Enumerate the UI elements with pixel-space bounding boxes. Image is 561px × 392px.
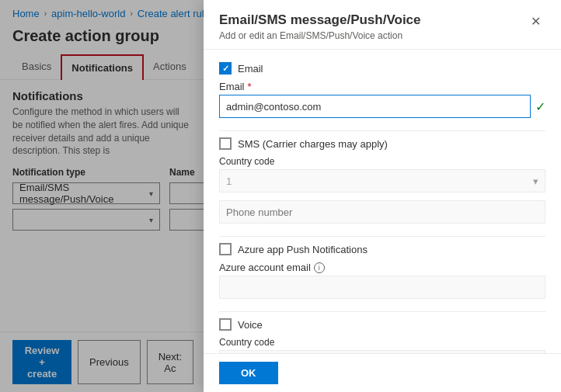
email-field-group: Email * ✓ (219, 81, 545, 118)
sms-section: SMS (Carrier charges may apply) Country … (219, 137, 545, 224)
divider-1 (219, 130, 545, 131)
email-input-wrapper: ✓ (219, 95, 545, 118)
push-email-label: Azure account email i (219, 262, 545, 273)
email-field-label: Email * (219, 81, 545, 92)
panel-subtitle: Add or edit an Email/SMS/Push/Voice acti… (219, 30, 421, 41)
voice-section: Voice Country code 1 ▾ (219, 318, 545, 353)
divider-2 (219, 236, 545, 237)
email-input[interactable] (219, 95, 531, 118)
panel-header-text: Email/SMS message/Push/Voice Add or edit… (219, 12, 421, 41)
sms-country-dropdown[interactable]: 1 ▾ (219, 169, 545, 193)
sms-checkbox[interactable] (219, 137, 232, 150)
voice-checkbox[interactable] (219, 318, 232, 331)
checkmark-icon: ✓ (222, 64, 229, 74)
voice-country-field: Country code 1 ▾ (219, 337, 545, 353)
info-icon[interactable]: i (314, 262, 325, 273)
sms-country-chevron-icon: ▾ (533, 175, 538, 187)
divider-3 (219, 311, 545, 312)
sms-country-label: Country code (219, 156, 545, 167)
panel-title: Email/SMS message/Push/Voice (219, 12, 421, 28)
panel-body: ✓ Email Email * ✓ SMS (Carrier (204, 50, 561, 353)
sms-checkbox-row: SMS (Carrier charges may apply) (219, 137, 545, 150)
valid-check-icon: ✓ (535, 99, 545, 114)
email-checkbox-label: Email (238, 63, 263, 75)
email-section: ✓ Email Email * ✓ (219, 62, 545, 118)
required-star: * (248, 81, 252, 92)
push-section: Azure app Push Notifications Azure accou… (219, 243, 545, 299)
panel-footer: OK (204, 353, 561, 392)
sms-phone-input[interactable] (219, 200, 545, 224)
push-email-field: Azure account email i (219, 262, 545, 299)
ok-button[interactable]: OK (219, 362, 278, 384)
voice-checkbox-label: Voice (238, 319, 263, 331)
push-checkbox-label: Azure app Push Notifications (238, 244, 368, 255)
sms-phone-field (219, 200, 545, 224)
push-checkbox[interactable] (219, 243, 232, 255)
sms-checkbox-label: SMS (Carrier charges may apply) (238, 138, 388, 150)
sms-country-field: Country code 1 ▾ (219, 156, 545, 193)
panel-header: Email/SMS message/Push/Voice Add or edit… (204, 0, 561, 50)
push-account-input[interactable] (219, 276, 545, 299)
close-panel-button[interactable]: ✕ (526, 12, 545, 30)
voice-checkbox-row: Voice (219, 318, 545, 331)
email-checkbox[interactable]: ✓ (219, 62, 232, 75)
sms-country-placeholder: 1 (226, 175, 232, 187)
email-checkbox-row: ✓ Email (219, 62, 545, 75)
email-sms-panel: Email/SMS message/Push/Voice Add or edit… (204, 0, 561, 392)
push-checkbox-row: Azure app Push Notifications (219, 243, 545, 255)
voice-country-label: Country code (219, 337, 545, 348)
